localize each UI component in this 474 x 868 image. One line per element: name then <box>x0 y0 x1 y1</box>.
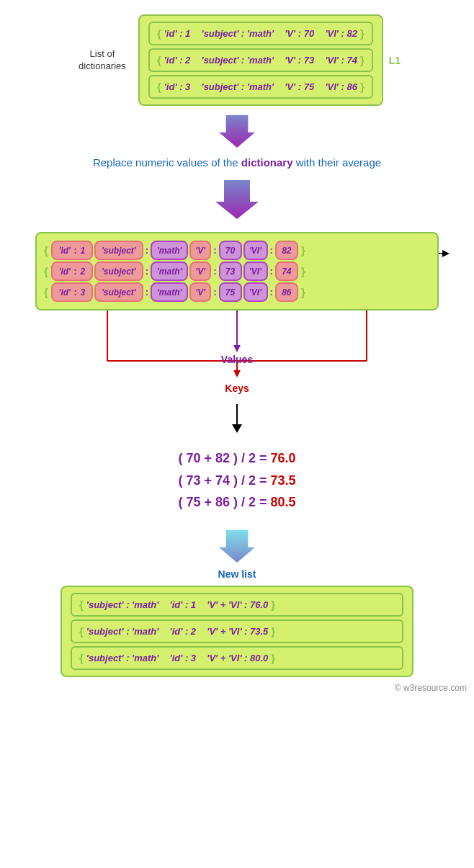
list-of-dicts-section: List of dictionaries { 'id' : 1 'subject… <box>73 14 401 106</box>
col-id-r3: 'id' : 3 <box>51 282 93 302</box>
viz-section: Numericvalues { 'id' : 1 'subject' : 'ma… <box>35 232 439 394</box>
calc-section: ( 70 + 82 ) / 2 = 76.0 ( 73 + 74 ) / 2 =… <box>178 447 295 514</box>
watermark: © w3resource.com <box>0 683 467 693</box>
dict-row-1: { 'id' : 1 'subject' : 'math' 'V' : 70 '… <box>148 22 373 45</box>
svg-marker-5 <box>233 345 241 352</box>
viz-row-3: { 'id' : 3 'subject' : 'math' 'V' : 75 <box>43 282 431 302</box>
new-dict-list: { 'subject' : 'math' 'id' : 1 'V' + 'VI'… <box>61 586 413 677</box>
dict-row-3: { 'id' : 3 'subject' : 'math' 'V' : 75 '… <box>148 75 373 99</box>
dict-row-2: { 'id' : 2 'subject' : 'math' 'V' : 73 '… <box>148 48 373 72</box>
svg-marker-14 <box>219 530 255 563</box>
values-label: Values <box>64 354 410 365</box>
dict-list-container: { 'id' : 1 'subject' : 'math' 'V' : 70 '… <box>138 14 383 106</box>
calc-line-2: ( 73 + 74 ) / 2 = 73.5 <box>178 470 295 492</box>
keys-label: Keys <box>64 382 410 394</box>
close-brace-1: } <box>360 27 365 40</box>
arrow-down-2 <box>215 177 259 220</box>
col-subject-key-r3: 'subject' <box>94 282 143 302</box>
col-v-val-r3: 75 <box>219 282 242 302</box>
col-subject-val-r3: 'math' <box>151 282 188 302</box>
col-v-key-r1: 'V' <box>189 241 211 260</box>
col-id-r2: 'id' : 2 <box>51 261 93 281</box>
new-list-title: New list <box>218 568 256 580</box>
col-vi-key-r2: 'VI' <box>243 261 268 281</box>
col-subject-key-r1: 'subject' <box>94 241 143 260</box>
list-label: List of dictionaries <box>73 48 131 73</box>
col-subject-key-r2: 'subject' <box>94 261 143 281</box>
arrow-down-1 <box>219 112 255 148</box>
col-vi-key-r1: 'VI' <box>243 241 268 260</box>
arrow-down-3 <box>219 527 255 563</box>
col-subject-val-r1: 'math' <box>151 241 188 260</box>
black-arrow <box>226 404 248 433</box>
l1-label: L1 <box>389 55 401 66</box>
svg-marker-1 <box>215 180 259 219</box>
col-vi-key-r3: 'VI' <box>243 282 268 302</box>
col-v-key-r3: 'V' <box>189 282 211 302</box>
col-vi-val-r3: 86 <box>275 282 298 302</box>
viz-outer: { 'id' : 1 'subject' : 'math' 'V' : 70 <box>35 232 439 310</box>
col-vi-val-r1: 82 <box>275 241 298 260</box>
col-subject-val-r2: 'math' <box>151 261 188 281</box>
description-text: Replace numeric values of the dictionary… <box>93 156 381 169</box>
col-v-val-r2: 73 <box>219 261 242 281</box>
viz-row-2: { 'id' : 2 'subject' : 'math' 'V' : 73 <box>43 261 431 281</box>
col-vi-val-r2: 74 <box>275 261 298 281</box>
col-v-val-r1: 70 <box>219 241 242 260</box>
col-id-r1: 'id' : 1 <box>51 241 93 260</box>
new-dict-row-1: { 'subject' : 'math' 'id' : 1 'V' + 'VI'… <box>71 593 403 617</box>
open-brace-1: { <box>157 27 161 40</box>
calc-line-1: ( 70 + 82 ) / 2 = 76.0 <box>178 447 295 470</box>
col-v-key-r2: 'V' <box>189 261 211 281</box>
new-dict-row-2: { 'subject' : 'math' 'id' : 2 'V' + 'VI'… <box>71 619 403 643</box>
new-dict-row-3: { 'subject' : 'math' 'id' : 3 'V' + 'VI'… <box>71 646 403 670</box>
viz-row-1: { 'id' : 1 'subject' : 'math' 'V' : 70 <box>43 241 431 260</box>
svg-marker-0 <box>219 115 255 148</box>
svg-marker-13 <box>232 424 242 433</box>
svg-marker-3 <box>442 250 450 257</box>
calc-line-3: ( 75 + 86 ) / 2 = 80.5 <box>178 491 295 514</box>
